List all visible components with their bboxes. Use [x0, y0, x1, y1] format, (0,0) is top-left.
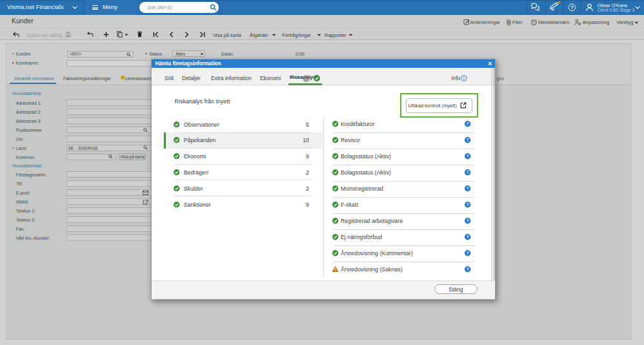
svg-text:?: ? — [467, 202, 469, 207]
svg-text:?: ? — [467, 218, 469, 223]
svg-text:?: ? — [467, 121, 469, 126]
svg-text:?: ? — [467, 267, 469, 271]
svg-text:?: ? — [467, 170, 469, 174]
svg-text:?: ? — [467, 186, 469, 191]
svg-text:?: ? — [467, 154, 469, 158]
svg-text:?: ? — [467, 138, 469, 142]
svg-text:?: ? — [570, 5, 574, 10]
svg-text:?: ? — [467, 251, 469, 255]
svg-text:?: ? — [467, 235, 469, 239]
